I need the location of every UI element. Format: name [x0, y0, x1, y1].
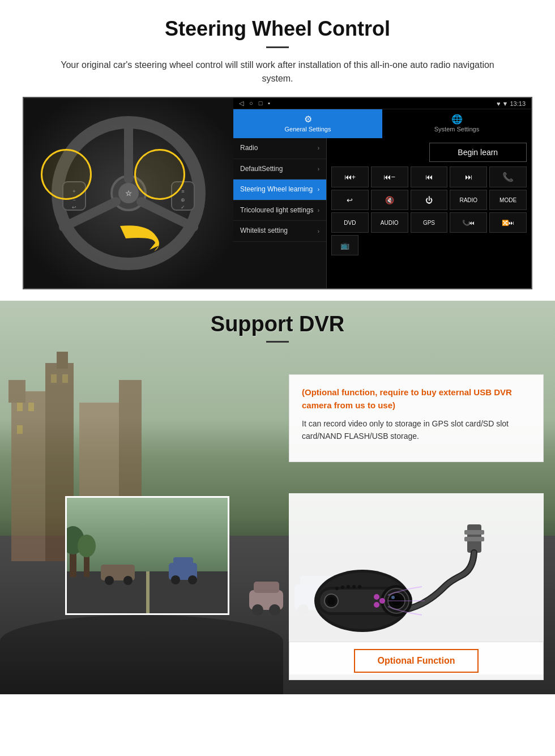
dvr-thumbnail-inner	[67, 498, 228, 613]
back-call-button[interactable]: ↩	[331, 190, 369, 210]
svg-text:≡: ≡	[181, 189, 184, 194]
steering-photo: + − ↩ ≡ ⊕ ✓ ☆	[24, 98, 233, 288]
svg-rect-21	[17, 403, 23, 411]
shuffle-next-button[interactable]: 🔀⏭	[489, 212, 527, 233]
vol-up-button[interactable]: ⏮+	[331, 166, 369, 187]
default-setting-label: DefaultSetting	[240, 165, 283, 174]
tricoloured-label: Tricoloured light settings	[240, 206, 314, 215]
optional-function-button[interactable]: Optional Function	[354, 649, 479, 673]
status-bar: ◁ ○ □ ▪ ♥ ▼ 13:13	[233, 98, 531, 109]
radio-button[interactable]: RADIO	[450, 190, 487, 210]
audio-button[interactable]: AUDIO	[371, 212, 408, 233]
menu-item-whitelist[interactable]: Whitelist setting ›	[233, 221, 326, 242]
svg-rect-54	[464, 537, 484, 541]
svg-rect-22	[28, 403, 34, 411]
right-panel: Begin learn ⏮+ ⏮− ⏮ ⏭ 📞 ↩ 🔇 ⏻ RADIO MODE…	[327, 138, 531, 288]
svg-rect-18	[57, 352, 68, 369]
gear-icon: ⚙	[304, 114, 312, 125]
next-track-button[interactable]: ⏭	[450, 166, 487, 187]
menu-item-radio[interactable]: Radio ›	[233, 138, 326, 159]
svg-rect-23	[17, 425, 23, 434]
phone-button[interactable]: 📞	[489, 166, 527, 187]
title-divider	[266, 46, 289, 48]
svg-point-73	[374, 602, 379, 608]
prev-track-button[interactable]: ⏮	[411, 166, 448, 187]
tab-system-settings[interactable]: 🌐 System Settings	[382, 109, 531, 138]
control-button-grid: ⏮+ ⏮− ⏮ ⏭ 📞 ↩ 🔇 ⏻ RADIO MODE DVD AUDIO G…	[331, 166, 527, 233]
recents-icon[interactable]: □	[259, 100, 263, 107]
dvd-button[interactable]: DVD	[331, 212, 369, 233]
gps-button[interactable]: GPS	[411, 212, 448, 233]
chevron-icon: ›	[318, 166, 319, 172]
svg-point-44	[188, 575, 197, 584]
dashboard	[0, 615, 283, 694]
highlight-circle-left	[41, 149, 92, 200]
svg-point-47	[123, 576, 133, 585]
globe-icon: 🌐	[451, 114, 463, 125]
svg-point-68	[358, 585, 361, 588]
vol-down-button[interactable]: ⏮−	[371, 166, 408, 187]
chevron-icon: ›	[318, 186, 319, 193]
dvr-title-area: Support DVR	[0, 312, 555, 343]
extra-button[interactable]: 📺	[331, 235, 358, 255]
svg-text:☆: ☆	[125, 189, 132, 198]
dvr-desc-text: It can record video only to storage in G…	[302, 417, 531, 443]
svg-point-70	[327, 597, 335, 605]
android-screen: ◁ ○ □ ▪ ♥ ▼ 13:13 ⚙ General Settings 🌐	[233, 98, 531, 288]
svg-point-63	[391, 596, 395, 599]
menu-icon[interactable]: ▪	[268, 100, 270, 107]
svg-rect-42	[173, 557, 193, 566]
svg-point-67	[352, 585, 356, 588]
svg-point-28	[252, 604, 263, 616]
svg-point-64	[335, 587, 339, 590]
svg-rect-40	[146, 571, 150, 615]
svg-rect-24	[51, 374, 57, 383]
svg-text:⊕: ⊕	[181, 197, 185, 203]
menu-item-tricoloured[interactable]: Tricoloured light settings ›	[233, 200, 326, 221]
svg-point-72	[379, 598, 385, 604]
tab-general-label: General Settings	[285, 126, 331, 133]
arrow-indicator	[114, 220, 165, 254]
highlight-circle-right	[134, 149, 185, 200]
svg-point-29	[269, 604, 280, 616]
dvr-camera-svg	[309, 513, 524, 655]
mute-button[interactable]: 🔇	[371, 190, 408, 210]
status-indicators: ♥ ▼ 13:13	[497, 100, 526, 107]
svg-point-46	[105, 576, 114, 585]
signal-icon: ♥ ▼	[497, 100, 508, 107]
svg-rect-15	[11, 391, 45, 561]
mode-button[interactable]: MODE	[489, 190, 527, 210]
home-icon[interactable]: ○	[249, 100, 253, 107]
back-icon[interactable]: ◁	[239, 100, 244, 107]
optional-function-row: Optional Function	[289, 642, 544, 680]
steering-subtitle: Your original car's steering wheel contr…	[57, 58, 498, 86]
nav-icons: ◁ ○ □ ▪	[239, 100, 270, 107]
svg-rect-16	[8, 380, 25, 403]
chevron-icon: ›	[318, 207, 319, 213]
dvr-section: Support DVR	[0, 301, 555, 694]
steering-section: Steering Wheel Control Your original car…	[0, 0, 555, 301]
svg-point-51	[78, 535, 96, 557]
clock: 13:13	[510, 100, 526, 107]
svg-rect-53	[464, 530, 484, 535]
begin-learn-row: Begin learn	[331, 143, 527, 162]
svg-text:↩: ↩	[72, 204, 76, 210]
menu-item-default-setting[interactable]: DefaultSetting ›	[233, 159, 326, 180]
dvr-optional-text: (Optional function, require to buy exter…	[302, 386, 531, 412]
chevron-icon: ›	[318, 228, 319, 234]
chevron-icon: ›	[318, 145, 319, 151]
tab-general-settings[interactable]: ⚙ General Settings	[233, 109, 382, 138]
settings-tabs: ⚙ General Settings 🌐 System Settings	[233, 109, 531, 138]
svg-point-43	[171, 575, 180, 584]
dvr-info-card: (Optional function, require to buy exter…	[289, 374, 544, 462]
menu-item-steering-wheel[interactable]: Steering Wheel learning ›	[233, 180, 326, 200]
tab-system-label: System Settings	[434, 126, 479, 133]
power-button[interactable]: ⏻	[411, 190, 448, 210]
svg-rect-27	[254, 582, 279, 593]
svg-rect-25	[62, 374, 68, 383]
steering-title: Steering Wheel Control	[23, 17, 532, 41]
begin-learn-button[interactable]: Begin learn	[429, 143, 527, 162]
phone-prev-button[interactable]: 📞⏮	[450, 212, 487, 233]
svg-point-71	[374, 594, 379, 600]
radio-label: Radio	[240, 144, 258, 153]
